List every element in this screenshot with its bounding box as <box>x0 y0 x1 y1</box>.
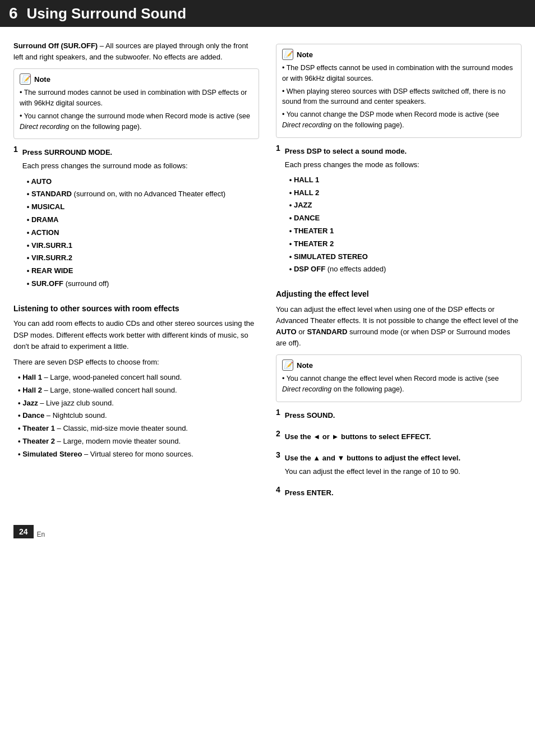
mode-musical: MUSICAL <box>27 201 225 214</box>
right-step-1-heading: Press DSP to select a sound mode. <box>285 146 419 157</box>
effect-steps: 1 Press SOUND. 2 Use the ◄ or ► buttons … <box>276 408 522 501</box>
dsp-jazz: JAZZ <box>289 199 419 212</box>
note-label-2: Note <box>297 50 313 59</box>
note2-bullet1: • The DSP effects cannot be used in comb… <box>282 63 515 84</box>
left-column: Surround Off (SUR.OFF) – All sources are… <box>13 38 259 504</box>
note-header-1: 📝 Note <box>20 73 253 85</box>
chapter-number: 6 <box>9 4 18 22</box>
mode-action: ACTION <box>27 227 225 239</box>
dsp-off: DSP OFF (no effects added) <box>289 263 419 276</box>
right-step-1-row: 1 Press DSP to select a sound mode. Each… <box>276 144 522 280</box>
effect-step-3: 3 Use the ▲ and ▼ buttons to adjust the … <box>276 450 522 480</box>
listening-para1: You can add room effects to audio CDs an… <box>13 318 259 352</box>
surround-modes-list: AUTO STANDARD (surround on, with no Adva… <box>27 176 225 291</box>
effect-jazz: Jazz – Live jazz club sound. <box>18 397 259 410</box>
effect-hall2: Hall 2 – Large, stone-walled concert hal… <box>18 384 259 397</box>
note1-b2-text: You cannot change the surround mode when… <box>20 112 250 131</box>
dsp-theater1: THEATER 1 <box>289 225 419 238</box>
note-header-3: 📝 Note <box>282 359 515 371</box>
note2-bullet2: • When playing stereo sources with DSP e… <box>282 86 515 108</box>
effect-step-2-num: 2 <box>276 429 280 445</box>
note-icon-1: 📝 <box>20 73 31 85</box>
effect-sim-stereo: Simulated Stereo – Virtual stereo for mo… <box>18 448 259 461</box>
mode-virsurr1: VIR.SURR.1 <box>27 239 225 252</box>
mode-standard: STANDARD (surround on, with no Advanced … <box>27 188 225 201</box>
dsp-hall2: HALL 2 <box>289 187 419 200</box>
effect-step-4-num: 4 <box>276 485 280 501</box>
note1-bullet1: • The surround modes cannot be used in c… <box>20 87 253 109</box>
mode-rearwide: REAR WIDE <box>27 265 225 278</box>
note3-text: • You cannot change the effect level whe… <box>282 374 515 395</box>
note-label-1: Note <box>34 75 50 84</box>
page-lang: En <box>37 531 45 538</box>
right-step-1-sub: Each press changes the mode as follows: <box>285 159 419 170</box>
mode-auto: AUTO <box>27 176 225 188</box>
note-label-3: Note <box>297 361 313 370</box>
listening-para2: There are seven DSP effects to choose fr… <box>13 357 259 368</box>
surround-off-para: Surround Off (SUR.OFF) – All sources are… <box>13 40 259 63</box>
surround-off-label: Surround Off (SUR.OFF) <box>13 42 98 50</box>
effect-step-4-text: Press ENTER. <box>285 487 334 499</box>
effect-step-3-sub: You can adjust the effect level in the r… <box>285 466 460 477</box>
effect-step-1: 1 Press SOUND. <box>276 408 522 423</box>
effect-level-section: Adjusting the effect level You can adjus… <box>276 288 522 349</box>
effect-step-1-num: 1 <box>276 408 280 423</box>
step-1-heading: Press SURROUND MODE. <box>22 147 225 158</box>
effect-dance: Dance – Nightclub sound. <box>18 409 259 422</box>
chapter-title: Using Surround Sound <box>27 5 187 22</box>
step-1-sub: Each press changes the surround mode as … <box>22 160 225 172</box>
page-content: Surround Off (SUR.OFF) – All sources are… <box>0 38 535 504</box>
step-1-row: 1 Press SURROUND MODE. Each press change… <box>13 145 259 293</box>
dsp-dance: DANCE <box>289 212 419 225</box>
effect-step-4: 4 Press ENTER. <box>276 485 522 501</box>
note2-bullet3: • You cannot change the DSP mode when Re… <box>282 109 515 131</box>
dsp-modes-list: HALL 1 HALL 2 JAZZ DANCE THEATER 1 THEAT… <box>289 174 419 276</box>
effect-level-para: You can adjust the effect level when usi… <box>276 304 522 349</box>
right-step-1-num: 1 <box>276 144 280 280</box>
effect-theater1: Theater 1 – Classic, mid-size movie thea… <box>18 422 259 435</box>
page-number: 24 <box>13 525 34 538</box>
effect-level-heading: Adjusting the effect level <box>276 288 522 301</box>
note-icon-3: 📝 <box>282 359 293 371</box>
dsp-hall1: HALL 1 <box>289 174 419 187</box>
mode-drama: DRAMA <box>27 214 225 227</box>
effect-step-2-text: Use the ◄ or ► buttons to select EFFECT. <box>285 431 431 442</box>
mode-suroff: SUR.OFF (surround off) <box>27 278 225 291</box>
effect-step-3-content: Use the ▲ and ▼ buttons to adjust the ef… <box>285 450 460 480</box>
step-1-content: Press SURROUND MODE. Each press changes … <box>22 145 225 293</box>
effect-theater2: Theater 2 – Large, modern movie theater … <box>18 435 259 448</box>
note1-bullet2: • You cannot change the surround mode wh… <box>20 111 253 132</box>
listening-section: Listening to other sources with room eff… <box>13 303 259 461</box>
dsp-sim-stereo: SIMULATED STEREO <box>289 251 419 264</box>
page-footer: 24 En <box>0 520 535 543</box>
listening-heading: Listening to other sources with room eff… <box>13 303 259 315</box>
note-box-3: 📝 Note • You cannot change the effect le… <box>276 354 522 402</box>
note-box-2: 📝 Note • The DSP effects cannot be used … <box>276 44 522 138</box>
effect-hall1: Hall 1 – Large, wood-paneled concert hal… <box>18 371 259 384</box>
page-header: 6 Using Surround Sound <box>0 0 535 27</box>
dsp-theater2: THEATER 2 <box>289 238 419 251</box>
right-step-1-content: Press DSP to select a sound mode. Each p… <box>285 144 419 280</box>
note-icon-2: 📝 <box>282 49 293 60</box>
note-box-1: 📝 Note • The surround modes cannot be us… <box>13 68 259 139</box>
right-column: 📝 Note • The DSP effects cannot be used … <box>276 38 522 504</box>
effect-step-2: 2 Use the ◄ or ► buttons to select EFFEC… <box>276 429 522 445</box>
mode-virsurr2: VIR.SURR.2 <box>27 252 225 265</box>
note-header-2: 📝 Note <box>282 49 515 60</box>
surround-off-block: Surround Off (SUR.OFF) – All sources are… <box>13 40 259 63</box>
effect-step-1-text: Press SOUND. <box>285 410 335 421</box>
effect-step-3-text: Use the ▲ and ▼ buttons to adjust the ef… <box>285 453 460 464</box>
effect-step-3-num: 3 <box>276 450 280 480</box>
step-1-num: 1 <box>13 145 18 293</box>
dsp-effects-list: Hall 1 – Large, wood-paneled concert hal… <box>18 371 259 461</box>
